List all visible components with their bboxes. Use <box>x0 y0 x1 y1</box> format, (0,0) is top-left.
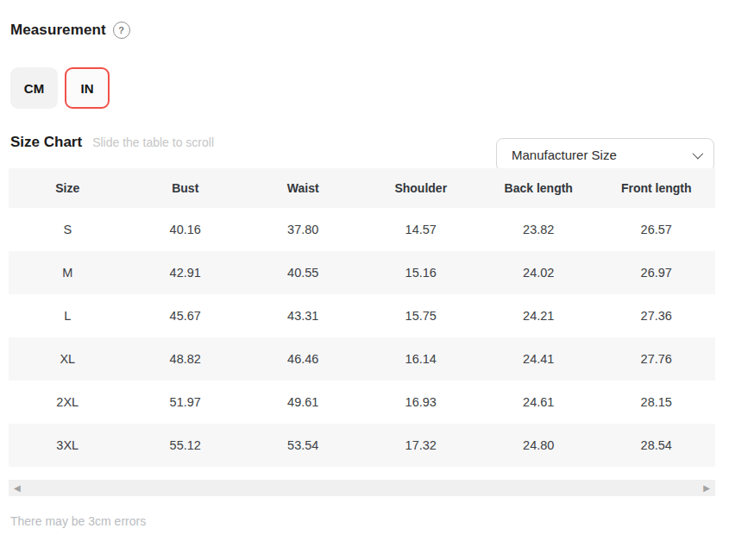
table-row: L45.6743.3115.7524.2127.36 <box>9 294 715 337</box>
table-cell: 55.12 <box>127 424 245 467</box>
column-header: Shoulder <box>362 168 481 208</box>
unit-controls: CM IN Manufacturer Size <box>0 67 729 109</box>
header-row: SizeBustWaistShoulderBack lengthFront le… <box>9 168 715 208</box>
panel-header: Measurement ? <box>10 22 130 39</box>
table-cell: 40.16 <box>127 208 245 251</box>
table-cell: 27.76 <box>598 337 716 381</box>
table-cell: 40.55 <box>244 251 362 294</box>
size-chart-table-container: SizeBustWaistShoulderBack lengthFront le… <box>9 168 715 467</box>
column-header: Size <box>9 168 127 208</box>
table-cell: 46.46 <box>244 337 362 381</box>
table-cell: 23.82 <box>480 208 598 251</box>
scroll-right-icon[interactable]: ▶ <box>703 484 710 493</box>
measurement-panel: Measurement ? CM IN Manufacturer Size Si… <box>0 0 729 560</box>
error-disclaimer: There may be 3cm errors <box>10 514 146 528</box>
table-row: 3XL55.1253.5417.3224.8028.54 <box>9 424 715 467</box>
size-table-body: S40.1637.8014.5723.8226.57M42.9140.5515.… <box>9 208 715 467</box>
table-row: XL48.8246.4616.1424.4127.76 <box>9 337 715 381</box>
table-cell: S <box>9 208 127 251</box>
table-cell: 24.61 <box>480 381 598 424</box>
table-cell: 24.80 <box>480 424 598 467</box>
table-cell: 27.36 <box>598 294 716 337</box>
table-cell: 26.97 <box>598 251 716 294</box>
chevron-down-icon <box>693 148 704 160</box>
table-cell: 49.61 <box>244 381 362 424</box>
table-cell: 14.57 <box>362 208 481 251</box>
size-chart-title: Size Chart <box>10 134 82 151</box>
table-cell: 43.31 <box>244 294 362 337</box>
scroll-left-icon[interactable]: ◀ <box>14 484 21 493</box>
table-cell: L <box>9 294 127 337</box>
table-cell: 15.16 <box>362 251 481 294</box>
table-row: M42.9140.5515.1624.0226.97 <box>9 251 715 294</box>
column-header: Bust <box>127 168 245 208</box>
table-cell: 2XL <box>9 381 127 424</box>
table-cell: 53.54 <box>244 424 362 467</box>
table-cell: 45.67 <box>127 294 245 337</box>
table-cell: 24.41 <box>480 337 598 381</box>
table-cell: 16.14 <box>362 337 481 381</box>
table-cell: 24.02 <box>480 251 598 294</box>
dropdown-selected-value: Manufacturer Size <box>512 148 617 162</box>
table-cell: 24.21 <box>480 294 598 337</box>
column-header: Back length <box>480 168 598 208</box>
table-cell: 17.32 <box>362 424 481 467</box>
column-header: Waist <box>244 168 362 208</box>
size-chart-heading: Size Chart Slide the table to scroll <box>10 134 214 151</box>
table-cell: 3XL <box>9 424 127 467</box>
column-header: Front length <box>598 168 716 208</box>
table-cell: 28.15 <box>598 381 716 424</box>
unit-cm-button[interactable]: CM <box>10 67 58 109</box>
table-cell: 26.57 <box>598 208 716 251</box>
table-cell: XL <box>9 337 127 381</box>
table-cell: 42.91 <box>127 251 245 294</box>
page-title: Measurement <box>10 22 106 39</box>
unit-in-button[interactable]: IN <box>65 67 110 109</box>
size-table-head: SizeBustWaistShoulderBack lengthFront le… <box>9 168 715 208</box>
table-cell: 48.82 <box>127 337 245 381</box>
table-cell: 28.54 <box>598 424 716 467</box>
table-cell: 37.80 <box>244 208 362 251</box>
size-table: SizeBustWaistShoulderBack lengthFront le… <box>9 168 715 467</box>
table-row: S40.1637.8014.5723.8226.57 <box>9 208 715 251</box>
manufacturer-size-dropdown[interactable]: Manufacturer Size <box>496 138 714 172</box>
scroll-hint-text: Slide the table to scroll <box>92 135 214 149</box>
table-row: 2XL51.9749.6116.9324.6128.15 <box>9 381 715 424</box>
table-cell: 51.97 <box>127 381 245 424</box>
help-icon[interactable]: ? <box>113 22 130 39</box>
table-cell: M <box>9 251 127 294</box>
table-cell: 15.75 <box>362 294 481 337</box>
table-cell: 16.93 <box>362 381 481 424</box>
table-scrollbar[interactable]: ◀ ▶ <box>9 480 715 496</box>
